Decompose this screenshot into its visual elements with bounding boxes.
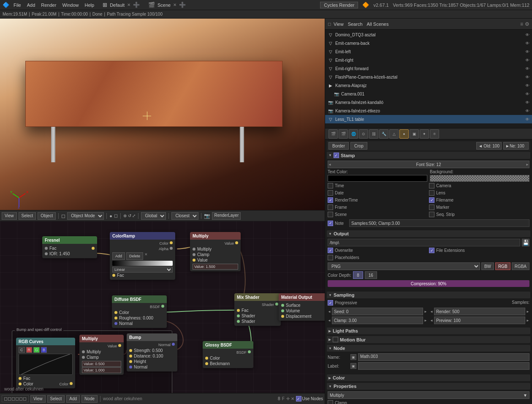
preview-arrow-r[interactable]: ►: [526, 319, 529, 322]
render-engine-button[interactable]: Cycles Render: [320, 2, 358, 8]
layout-label[interactable]: Default: [110, 3, 125, 8]
mb-header[interactable]: ▶ Motion Blur: [327, 336, 530, 343]
oi-eye-icon[interactable]: 👁: [525, 109, 529, 113]
props-sub-header[interactable]: ▼ Properties: [327, 383, 530, 390]
depth-16-btn[interactable]: 16: [365, 271, 377, 279]
seed-field[interactable]: Seed: 0: [332, 308, 423, 315]
outliner-item[interactable]: ▽Emit-left👁: [325, 47, 532, 56]
cr-add-btn[interactable]: Add: [112, 252, 125, 260]
vp-view-btn[interactable]: View: [2, 212, 17, 220]
pi-material[interactable]: ●: [399, 129, 409, 139]
font-size-arrow-r[interactable]: ►: [526, 163, 529, 167]
node-multiply2[interactable]: Multiply Value Multiply Clamp V: [79, 335, 124, 375]
node-multiply1[interactable]: Multiply Value Multiply Clamp: [190, 232, 241, 271]
oi-eye-icon[interactable]: 👁: [525, 117, 529, 122]
clamp-arrow-r[interactable]: ►: [424, 319, 427, 322]
m2-val2-field[interactable]: Value: 1.000: [82, 367, 121, 373]
rendertime-checkbox[interactable]: [328, 197, 333, 203]
scene-checkbox[interactable]: [328, 212, 333, 217]
placeholders-checkbox[interactable]: [328, 255, 333, 260]
outliner-item[interactable]: ▽FlashPlane-Camera-közeli-asztal👁: [325, 73, 532, 81]
node-editor[interactable]: Fresnel Fac IOR: 1.450 Co: [0, 221, 325, 404]
rgba-btn[interactable]: RGBA: [512, 262, 529, 270]
sampling-section-header[interactable]: ▼ Sampling: [327, 292, 530, 298]
pi-constraints[interactable]: ⛓: [369, 129, 378, 139]
filename-checkbox[interactable]: [429, 197, 434, 203]
vp-snap-select[interactable]: Closest: [171, 212, 198, 220]
vp-select-btn[interactable]: Select: [19, 212, 36, 220]
oi-eye-icon[interactable]: 👁: [525, 66, 529, 71]
menu-file[interactable]: File: [14, 3, 21, 8]
outliner-item[interactable]: ▽Less_TL1 table👁: [325, 115, 532, 123]
ne-node-btn[interactable]: Node: [81, 395, 98, 403]
seqstrip-checkbox[interactable]: [429, 212, 434, 217]
pi-world[interactable]: 🌐: [349, 129, 358, 139]
render-arrow-l[interactable]: ◄: [430, 310, 433, 314]
render-arrow-r[interactable]: ►: [526, 310, 529, 314]
seed-arrow-r[interactable]: ►: [424, 310, 427, 314]
m1-value-field[interactable]: Value: 1.500: [193, 264, 238, 270]
node-section-header[interactable]: ▼ Node: [327, 345, 530, 352]
menu-add[interactable]: Add: [27, 3, 35, 8]
depth-8-btn[interactable]: 8: [353, 271, 363, 279]
outliner-item[interactable]: ▽Domino_DTQ3 asztal👁: [325, 30, 532, 39]
ne-use-nodes-toggle[interactable]: Use Nodes: [296, 396, 323, 401]
node-glossy[interactable]: Glossy BSDF BSDF Color Beckmann: [203, 341, 253, 368]
outliner-filter-icon[interactable]: ≡: [520, 21, 523, 27]
node-mix-shader[interactable]: Mix Shader Shader Fac Shader: [234, 293, 281, 326]
blend-mode-field[interactable]: Multiply ▼: [328, 391, 529, 399]
outliner-item[interactable]: ▽Emit-right forward👁: [325, 64, 532, 73]
old-arrow-l[interactable]: ◄: [478, 144, 483, 148]
rgb-b-btn[interactable]: B: [41, 347, 47, 353]
clamp-field[interactable]: Clamp: 3.00: [332, 317, 423, 324]
outliner-item[interactable]: ▶Kamera-Alaprajz👁: [325, 81, 532, 90]
vp-object-btn[interactable]: Object: [38, 212, 56, 220]
camera-checkbox[interactable]: [429, 183, 434, 188]
pi-data[interactable]: △: [389, 129, 399, 139]
ne-view-btn[interactable]: View: [30, 395, 46, 403]
rgb-g-btn[interactable]: G: [33, 347, 40, 353]
oi-eye-icon[interactable]: 👁: [525, 83, 529, 88]
output-save-btn[interactable]: 💾: [522, 239, 529, 246]
font-size-arrow-l[interactable]: ◄: [328, 163, 331, 167]
progressive-checkbox[interactable]: [328, 300, 333, 306]
cr-delete-btn[interactable]: Delete: [126, 252, 143, 260]
date-checkbox[interactable]: [328, 190, 333, 196]
pi-physics[interactable]: ⚛: [430, 129, 439, 139]
pi-scene[interactable]: 🎬: [339, 129, 348, 139]
stamp-section-header[interactable]: ▼ Stamp: [327, 152, 530, 159]
stamp-checkbox[interactable]: [334, 153, 339, 158]
rgb-c-btn[interactable]: C: [19, 347, 25, 353]
bw-btn[interactable]: BW: [481, 262, 494, 270]
node-colorramp[interactable]: ColorRamp Color Alpha Add Delete ✕: [110, 232, 175, 280]
pi-particles[interactable]: ✦: [420, 129, 429, 139]
outliner-item[interactable]: 📷Kamera-falnézet-kandalló👁: [325, 98, 532, 106]
crop-btn[interactable]: Crop: [350, 142, 367, 150]
frame-checkbox[interactable]: [328, 205, 333, 210]
font-size-bar[interactable]: ◄ Font Size: 12 ►: [328, 161, 529, 168]
oi-eye-icon[interactable]: 👁: [525, 100, 529, 105]
menu-window[interactable]: Window: [62, 3, 79, 8]
viewport-3d[interactable]: X Y Z (1) Less_TL1 table View Select Obj…: [0, 19, 325, 221]
outliner-search-btn[interactable]: Search: [348, 22, 363, 27]
node-fresnel[interactable]: Fresnel Fac IOR: 1.450: [42, 236, 97, 258]
pi-texture[interactable]: ▣: [410, 129, 419, 139]
oi-eye-icon[interactable]: 👁: [525, 49, 529, 54]
ne-select-btn[interactable]: Select: [47, 395, 65, 403]
use-nodes-checkbox[interactable]: [296, 396, 301, 401]
marker-checkbox[interactable]: [429, 205, 434, 210]
rgb-r-btn[interactable]: R: [26, 347, 33, 353]
rgb-btn[interactable]: RGB: [495, 262, 510, 270]
node-rgb-curves[interactable]: RGB Curves C R G B: [16, 338, 75, 388]
vp-mode-select[interactable]: Object Mode: [67, 212, 104, 220]
pi-modifiers[interactable]: 🔧: [379, 129, 388, 139]
menu-render[interactable]: Render: [41, 3, 56, 8]
pi-object[interactable]: ⊙: [359, 129, 368, 139]
menu-help[interactable]: Help: [85, 3, 95, 8]
color-section-header[interactable]: ▶ Color: [327, 374, 530, 381]
outliner-view-btn[interactable]: View: [334, 22, 344, 27]
vp-pivot-select[interactable]: Global: [141, 212, 166, 220]
scene-label[interactable]: Scene: [157, 3, 171, 8]
text-color-swatch[interactable]: [328, 175, 427, 182]
note-checkbox[interactable]: [328, 221, 333, 226]
